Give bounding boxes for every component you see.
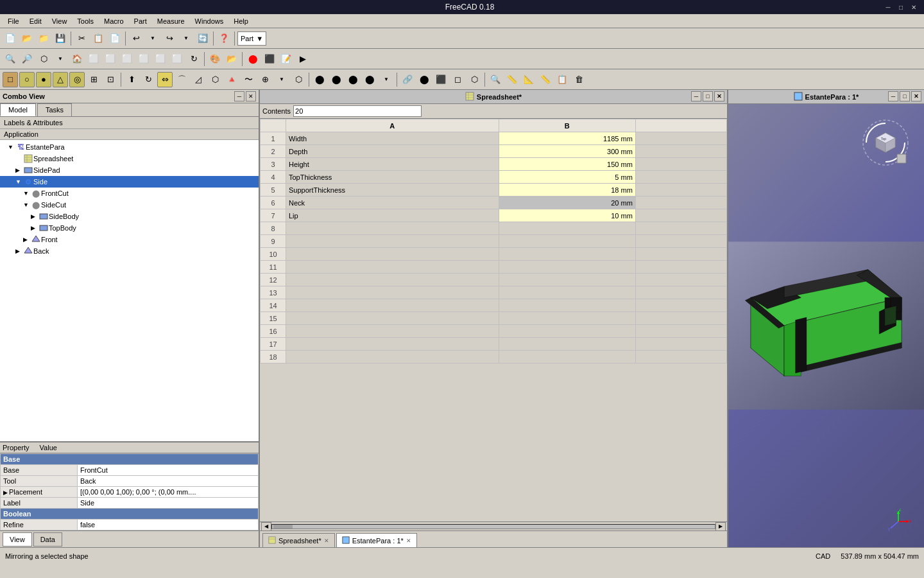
cell-a-2[interactable]: Depth bbox=[286, 145, 499, 158]
viewport-canvas[interactable]: Top X Z Y bbox=[728, 104, 924, 547]
cell-b-4[interactable]: 5 mm bbox=[499, 171, 635, 184]
prop-row-placement[interactable]: ▶Placement [(0,00 0,00 1,00); 0,00 °; (0… bbox=[1, 487, 259, 498]
ss-row-8[interactable]: 8 bbox=[261, 222, 727, 235]
prop-row-base[interactable]: Base FrontCut bbox=[1, 465, 259, 476]
model-tab[interactable]: Model bbox=[0, 103, 36, 116]
texture-button[interactable]: 🎨 bbox=[207, 51, 223, 67]
help-button[interactable]: ❓ bbox=[216, 31, 232, 46]
expand-arrow[interactable]: ▼ bbox=[8, 144, 15, 150]
draw-style-dropdown[interactable]: ▼ bbox=[53, 51, 68, 67]
cell-b-12[interactable] bbox=[499, 274, 635, 286]
tube-button[interactable]: ⊞ bbox=[86, 72, 101, 87]
ss-row-11[interactable]: 11 bbox=[261, 261, 727, 274]
expand-arrow[interactable]: ▶ bbox=[15, 167, 23, 173]
ss-close-button[interactable]: ✕ bbox=[714, 91, 724, 101]
ss-row-3[interactable]: 3Height150 mm bbox=[261, 158, 727, 171]
cell-b-3[interactable]: 150 mm bbox=[499, 158, 635, 171]
measure1-button[interactable]: 📏 bbox=[504, 72, 520, 87]
menu-item-macro[interactable]: Macro bbox=[99, 16, 129, 26]
scroll-right-button[interactable]: ▶ bbox=[715, 522, 726, 531]
cell-a-13[interactable] bbox=[286, 286, 499, 299]
cell-a-18[interactable] bbox=[286, 351, 499, 363]
cone-button[interactable]: △ bbox=[53, 72, 68, 87]
cell-a-8[interactable] bbox=[286, 222, 499, 235]
redo-button[interactable]: ↪ bbox=[162, 31, 177, 46]
tree-item-front[interactable]: ▶ Front bbox=[0, 234, 259, 245]
cut-3d-button[interactable]: ⬤ bbox=[329, 72, 344, 87]
torus-button[interactable]: ◎ bbox=[69, 72, 85, 87]
formula-input[interactable] bbox=[293, 105, 422, 117]
intersect-button[interactable]: ⬤ bbox=[345, 72, 361, 87]
menu-item-part[interactable]: Part bbox=[129, 16, 152, 26]
placement-expand-icon[interactable]: ▶ bbox=[3, 489, 8, 496]
front-view-button[interactable]: ⬜ bbox=[86, 51, 101, 67]
cell-a-1[interactable]: Width bbox=[286, 132, 499, 145]
sphere-button[interactable]: ● bbox=[36, 72, 51, 87]
tree-item-estantepara[interactable]: ▼ 🏗 EstantePara bbox=[0, 141, 259, 153]
ss-maximize-button[interactable]: □ bbox=[703, 91, 713, 101]
measure2-button[interactable]: 📐 bbox=[521, 72, 536, 87]
ss-row-6[interactable]: 6Neck20 mm bbox=[261, 197, 727, 209]
cell-b-1[interactable]: 1185 mm bbox=[499, 132, 635, 145]
ss-row-5[interactable]: 5SupportThickness18 mm bbox=[261, 184, 727, 197]
join-button[interactable]: 🔗 bbox=[400, 72, 415, 87]
cell-a-16[interactable] bbox=[286, 325, 499, 338]
fillet-button[interactable]: ⌒ bbox=[174, 72, 189, 87]
open-recent-button[interactable]: 📁 bbox=[36, 31, 51, 46]
sweep-button[interactable]: 〜 bbox=[241, 72, 256, 87]
cell-a-11[interactable] bbox=[286, 261, 499, 274]
undo-button[interactable]: ↩ bbox=[128, 31, 144, 46]
ss-row-4[interactable]: 4TopThickness5 mm bbox=[261, 171, 727, 184]
tree-item-side[interactable]: ▼ ⚙ Side bbox=[0, 176, 259, 188]
ss-row-12[interactable]: 12 bbox=[261, 274, 727, 286]
cell-a-10[interactable] bbox=[286, 248, 499, 261]
menu-item-view[interactable]: View bbox=[47, 16, 73, 26]
col-b-header[interactable]: B bbox=[499, 119, 635, 132]
prop-row-label[interactable]: Label Side bbox=[1, 498, 259, 509]
menu-item-windows[interactable]: Windows bbox=[190, 16, 229, 26]
tree-item-sidecut[interactable]: ▼ ⬤ SideCut bbox=[0, 199, 259, 211]
vp-minimize-button[interactable]: ─ bbox=[888, 91, 898, 101]
ss-row-7[interactable]: 7Lip10 mm bbox=[261, 209, 727, 222]
tree-item-sidebody[interactable]: ▶ SideBody bbox=[0, 211, 259, 222]
tasks-tab[interactable]: Tasks bbox=[37, 103, 72, 116]
fit-all-button[interactable]: 🔍 bbox=[3, 51, 18, 67]
cell-a-14[interactable] bbox=[286, 299, 499, 312]
chamfer-button[interactable]: ◿ bbox=[191, 72, 206, 87]
tree-item-back[interactable]: ▶ Back bbox=[0, 245, 259, 257]
rear-view-button[interactable]: ⬜ bbox=[136, 51, 151, 67]
top-view-button[interactable]: ⬜ bbox=[103, 51, 118, 67]
cell-b-6[interactable]: 20 mm bbox=[499, 197, 635, 209]
cylinder-button[interactable]: ○ bbox=[19, 72, 35, 87]
cell-b-15[interactable] bbox=[499, 312, 635, 325]
bool-dropdown[interactable]: ▼ bbox=[379, 72, 394, 87]
paste-button[interactable]: 📄 bbox=[107, 31, 123, 46]
doc-tab-ss-close[interactable]: ✕ bbox=[324, 538, 329, 544]
cell-b-11[interactable] bbox=[499, 261, 635, 274]
maximize-button[interactable]: □ bbox=[896, 2, 906, 12]
cell-a-15[interactable] bbox=[286, 312, 499, 325]
ss-row-13[interactable]: 13 bbox=[261, 286, 727, 299]
spreadsheet-scrollbar[interactable]: ◀ ▶ bbox=[260, 521, 727, 530]
create-primitives-button[interactable]: ⊡ bbox=[103, 72, 118, 87]
cell-b-14[interactable] bbox=[499, 299, 635, 312]
cell-b-17[interactable] bbox=[499, 338, 635, 351]
menu-item-help[interactable]: Help bbox=[228, 16, 253, 26]
measure4-button[interactable]: 📋 bbox=[554, 72, 570, 87]
cut-button[interactable]: ✂ bbox=[74, 31, 89, 46]
left-view-button[interactable]: ⬜ bbox=[169, 51, 185, 67]
boolean-button[interactable]: ⬤ bbox=[312, 72, 327, 87]
refresh-button[interactable]: 🔄 bbox=[195, 31, 210, 46]
ss-row-9[interactable]: 9 bbox=[261, 235, 727, 248]
cell-a-3[interactable]: Height bbox=[286, 158, 499, 171]
right-view-button[interactable]: ⬜ bbox=[119, 51, 135, 67]
ss-row-16[interactable]: 16 bbox=[261, 325, 727, 338]
expand-arrow[interactable]: ▶ bbox=[31, 225, 38, 231]
menu-item-edit[interactable]: Edit bbox=[24, 16, 47, 26]
cell-b-2[interactable]: 300 mm bbox=[499, 145, 635, 158]
scroll-track[interactable] bbox=[271, 524, 715, 529]
prop-row-tool[interactable]: Tool Back bbox=[1, 476, 259, 487]
cell-b-16[interactable] bbox=[499, 325, 635, 338]
cell-a-4[interactable]: TopThickness bbox=[286, 171, 499, 184]
cell-b-5[interactable]: 18 mm bbox=[499, 184, 635, 197]
